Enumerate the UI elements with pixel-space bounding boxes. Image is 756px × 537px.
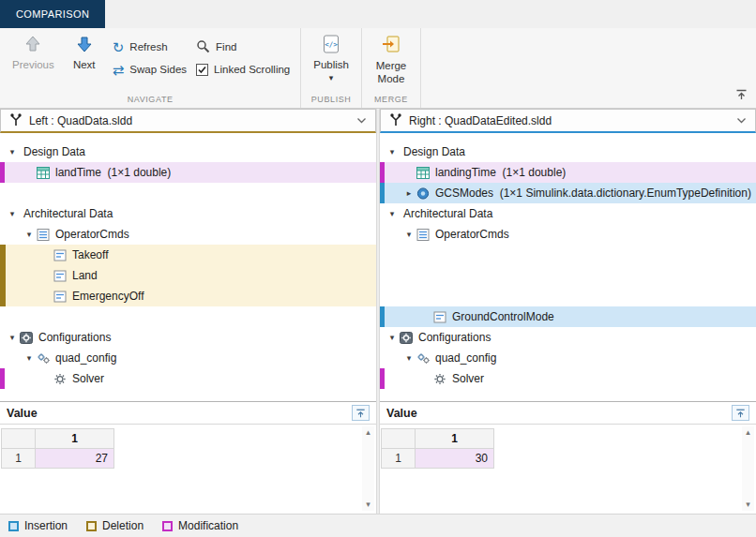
tree-node[interactable]: Solver: [380, 368, 756, 389]
modification-swatch-icon: [162, 521, 173, 531]
collapse-arrow-icon[interactable]: ▾: [6, 209, 19, 218]
tree-node-label: Solver: [72, 372, 104, 385]
collapse-arrow-icon[interactable]: ▾: [386, 209, 399, 218]
next-button[interactable]: Next: [61, 28, 108, 70]
row-header[interactable]: 1: [382, 449, 416, 469]
tree-node[interactable]: Takeoff: [0, 245, 376, 265]
column-header[interactable]: 1: [36, 429, 114, 449]
collapse-arrow-icon[interactable]: ▾: [6, 147, 19, 157]
right-panel: Right : QuadDataEdited.sldd ▾Design Data…: [380, 109, 756, 514]
previous-arrow-icon: [23, 35, 42, 55]
column-header[interactable]: 1: [416, 429, 494, 449]
config-icon: [399, 331, 414, 344]
tree-node[interactable]: ▾Design Data: [380, 142, 756, 162]
comparison-panels: Left : QuadData.sldd ▾Design DatalandTim…: [0, 109, 756, 514]
tree-node[interactable]: landingTime (1×1 double): [380, 162, 756, 183]
tree-node-label: Land: [72, 269, 98, 282]
legend-modification: Modification: [162, 519, 238, 532]
tree-node-label: quad_config: [435, 351, 496, 365]
merge-mode-button[interactable]: Merge Mode: [368, 28, 415, 86]
tree-node[interactable]: ▾quad_config: [380, 348, 756, 368]
tree-node[interactable]: ▾quad_config: [0, 348, 376, 368]
tree-node[interactable]: ▾Configurations: [380, 327, 756, 348]
right-tree: ▾Design DatalandingTime (1×1 double)▸GCS…: [380, 133, 756, 401]
table-corner: [2, 429, 36, 449]
collapse-arrow-icon[interactable]: ▾: [402, 230, 416, 239]
scroll-up-icon[interactable]: ▴: [746, 426, 750, 439]
linked-scrolling-toggle[interactable]: Linked Scrolling: [191, 59, 295, 80]
collapse-arrow-icon[interactable]: ▾: [386, 333, 399, 342]
previous-button[interactable]: Previous: [6, 28, 61, 70]
refresh-button[interactable]: ↻ Refresh: [108, 37, 191, 57]
tree-node[interactable]: ▾OperatorCmds: [380, 224, 756, 245]
vertical-scrollbar[interactable]: ▴ ▾: [742, 426, 754, 511]
field-icon: [53, 248, 68, 261]
value-cell[interactable]: 27: [36, 449, 114, 469]
tree-node[interactable]: ▾Configurations: [0, 327, 376, 348]
comparison-window: COMPARISON Previous Next: [0, 0, 756, 537]
list-icon: [416, 228, 431, 241]
left-panel-header: Left : QuadData.sldd: [0, 109, 376, 133]
left-tree: ▾Design DatalandTime (1×1 double)▾Archit…: [0, 133, 376, 401]
tree-spacer: [380, 265, 756, 286]
right-panel-header: Right : QuadDataEdited.sldd: [380, 109, 756, 133]
collapse-arrow-icon[interactable]: ▾: [386, 147, 399, 157]
checkbox-checked-icon[interactable]: [196, 64, 208, 76]
group-label-publish: PUBLISH: [307, 93, 355, 108]
dropdown-caret-icon: ▾: [329, 74, 334, 82]
tree-spacer: [380, 286, 756, 306]
tree-node[interactable]: Solver: [0, 368, 376, 389]
tree-node-label: OperatorCmds: [55, 228, 129, 241]
value-cell[interactable]: 30: [416, 449, 494, 469]
tree-node[interactable]: ▾Architectural Data: [0, 203, 376, 224]
left-panel-title: Left : QuadData.sldd: [29, 114, 132, 127]
tree-node[interactable]: Land: [0, 265, 376, 286]
branch-compare-icon: [9, 112, 23, 129]
collapse-arrow-icon[interactable]: ▾: [23, 230, 36, 239]
left-panel: Left : QuadData.sldd ▾Design DatalandTim…: [0, 109, 376, 514]
value-table: 1 1 30: [381, 428, 494, 469]
find-button[interactable]: Find: [191, 37, 295, 57]
scroll-up-icon[interactable]: ▴: [366, 426, 370, 439]
chevron-down-icon[interactable]: [736, 117, 747, 124]
right-value-panel: Value 1 1 30: [380, 401, 756, 514]
config-icon: [19, 331, 34, 344]
group-label-merge: MERGE: [368, 93, 415, 108]
tree-node-label: Solver: [452, 372, 484, 385]
left-value-header: Value: [0, 402, 376, 425]
vertical-scrollbar[interactable]: ▴ ▾: [362, 426, 374, 511]
insertion-swatch-icon: [8, 521, 19, 531]
tree-node-label: GroundControlMode: [452, 310, 554, 323]
collapse-arrow-icon[interactable]: ▾: [402, 353, 416, 363]
tree-node[interactable]: landTime (1×1 double): [0, 162, 376, 183]
tree-node[interactable]: EmergencyOff: [0, 286, 376, 306]
scroll-down-icon[interactable]: ▾: [366, 499, 370, 511]
tree-node[interactable]: GroundControlMode: [380, 306, 756, 327]
left-value-panel: Value 1 1 27: [0, 401, 376, 514]
collapse-pane-icon[interactable]: [732, 405, 749, 421]
tree-node[interactable]: ▾Architectural Data: [380, 203, 756, 224]
legend-insertion: Insertion: [8, 519, 68, 532]
right-value-header: Value: [380, 402, 756, 425]
tree-node[interactable]: ▾OperatorCmds: [0, 224, 376, 245]
scroll-down-icon[interactable]: ▾: [746, 499, 750, 511]
swap-sides-button[interactable]: ⇄ Swap Sides: [108, 59, 191, 80]
publish-button[interactable]: </> Publish ▾: [307, 28, 355, 82]
chevron-down-icon[interactable]: [356, 117, 367, 124]
field-icon: [53, 269, 68, 282]
gear-icon: [432, 372, 447, 385]
expand-arrow-icon[interactable]: ▸: [402, 188, 416, 198]
collapse-pane-icon[interactable]: [352, 405, 370, 421]
collapse-arrow-icon[interactable]: ▾: [23, 353, 36, 363]
toolgroup-merge: Merge Mode MERGE: [362, 28, 421, 108]
collapse-arrow-icon[interactable]: ▾: [6, 333, 19, 342]
tab-comparison-label: COMPARISON: [16, 8, 89, 20]
toolgroup-navigate: Previous Next ↻ Refresh ⇄ Swap Sides: [0, 28, 301, 108]
right-value-body: 1 1 30 ▴ ▾: [380, 425, 756, 514]
tree-node[interactable]: ▸GCSModes (1×1 Simulink.data.dictionary.…: [380, 183, 756, 203]
collapse-toolstrip-icon[interactable]: [733, 88, 748, 101]
tree-node[interactable]: ▾Design Data: [0, 142, 376, 162]
tab-comparison[interactable]: COMPARISON: [0, 0, 105, 28]
enum-icon: [416, 186, 431, 200]
row-header[interactable]: 1: [2, 449, 36, 469]
